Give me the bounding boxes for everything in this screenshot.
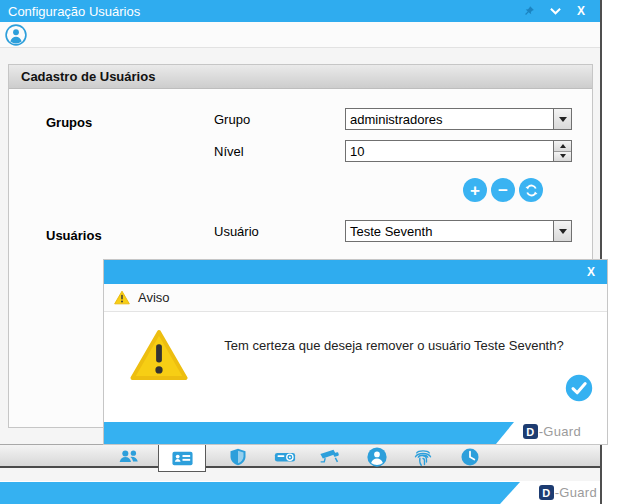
dialog-titlebar: X <box>104 260 607 284</box>
dialog-subheader: Aviso <box>104 284 607 312</box>
dguard-d-badge: D <box>539 485 554 500</box>
spinner-down-icon[interactable] <box>554 152 571 162</box>
tab-cctv-camera[interactable] <box>319 446 341 468</box>
tab-id-card[interactable] <box>158 444 206 472</box>
warning-triangle-icon <box>114 290 130 305</box>
dialog-brand-stripe <box>104 422 514 444</box>
spinner-buttons[interactable] <box>553 141 571 161</box>
dialog-close-button[interactable]: X <box>587 265 607 279</box>
pin-icon[interactable] <box>522 4 536 18</box>
collapse-button[interactable] <box>548 4 562 18</box>
level-value: 10 <box>346 144 553 159</box>
users-section-label: Usuários <box>46 228 102 243</box>
bottom-brand-stripe <box>0 482 520 504</box>
dguard-logo: D -Guard <box>523 424 581 439</box>
chevron-down-icon[interactable] <box>553 109 571 129</box>
dguard-logo: D -Guard <box>539 485 597 500</box>
config-users-window: Configuração Usuários X Cadastro de Usuá… <box>0 0 621 504</box>
group-field-label: Grupo <box>214 112 250 127</box>
warning-triangle-icon <box>130 326 188 384</box>
tab-users-group[interactable] <box>118 446 140 468</box>
group-dropdown-value: administradores <box>346 112 553 127</box>
dialog-footer: D -Guard <box>104 422 607 444</box>
tab-operator-circle[interactable] <box>366 446 388 468</box>
user-dropdown-value: Teste Seventh <box>346 224 553 239</box>
chevron-down-icon[interactable] <box>553 221 571 241</box>
user-dropdown[interactable]: Teste Seventh <box>345 220 572 242</box>
group-dropdown[interactable]: administradores <box>345 108 572 130</box>
dguard-d-badge: D <box>523 424 538 439</box>
remove-button[interactable]: − <box>491 178 515 202</box>
top-toolbar <box>0 22 600 48</box>
dialog-title: Aviso <box>138 290 170 305</box>
close-button[interactable]: X <box>574 4 588 18</box>
user-circle-icon[interactable] <box>5 24 27 46</box>
dialog-body: Tem certeza que deseja remover o usuário… <box>104 312 607 422</box>
tab-shield[interactable] <box>227 446 249 468</box>
section-title: Cadastro de Usuários <box>9 65 592 89</box>
warning-dialog: X Aviso Tem certeza que deseja remover o… <box>103 259 608 445</box>
window-title: Configuração Usuários <box>0 4 140 19</box>
user-field-label: Usuário <box>214 224 259 239</box>
level-field-label: Nível <box>214 144 244 159</box>
groups-section-label: Grupos <box>46 115 92 130</box>
tab-clock[interactable] <box>459 446 481 468</box>
spinner-up-icon[interactable] <box>554 141 571 152</box>
refresh-button[interactable] <box>519 178 543 202</box>
titlebar: Configuração Usuários X <box>0 0 600 22</box>
confirm-button[interactable] <box>565 374 593 402</box>
tab-recorder[interactable] <box>274 446 296 468</box>
tab-fingerprint[interactable] <box>412 446 434 468</box>
bottom-tabbar <box>0 444 600 468</box>
dialog-message: Tem certeza que deseja remover o usuário… <box>224 336 564 356</box>
level-spinner[interactable]: 10 <box>345 140 572 162</box>
add-button[interactable]: + <box>463 178 487 202</box>
